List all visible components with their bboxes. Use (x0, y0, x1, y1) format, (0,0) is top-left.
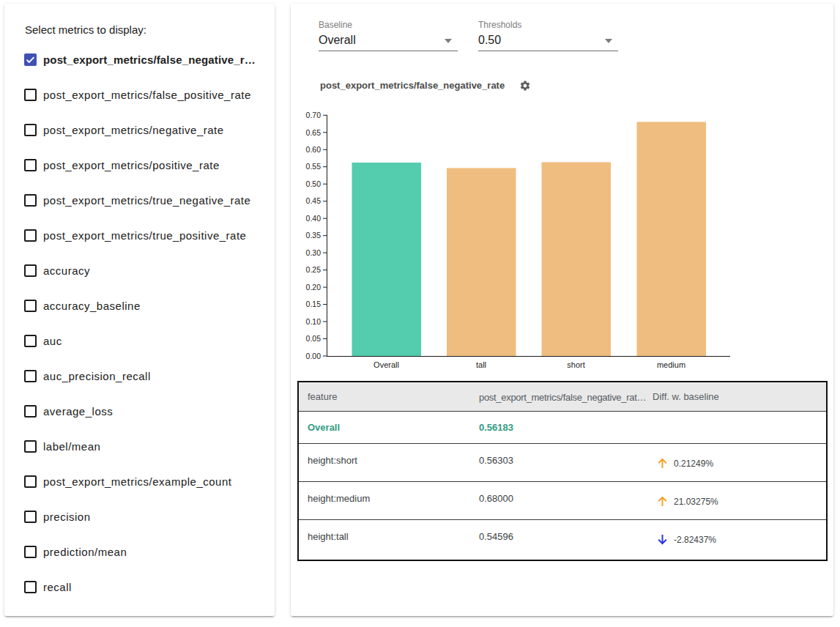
svg-text:0.60: 0.60 (306, 145, 321, 154)
svg-text:0.35: 0.35 (306, 231, 321, 240)
svg-text:0.05: 0.05 (306, 334, 321, 343)
svg-text:Overall: Overall (373, 360, 399, 369)
svg-text:medium: medium (657, 360, 685, 369)
svg-text:0.70: 0.70 (306, 111, 321, 119)
svg-text:tall: tall (476, 360, 486, 369)
svg-text:0.00: 0.00 (306, 352, 321, 360)
svg-text:0.20: 0.20 (306, 283, 321, 292)
svg-text:0.55: 0.55 (306, 162, 321, 171)
svg-text:0.30: 0.30 (306, 248, 321, 257)
svg-text:0.10: 0.10 (306, 317, 321, 326)
svg-text:0.45: 0.45 (306, 196, 321, 205)
svg-text:short: short (567, 360, 584, 369)
svg-text:0.50: 0.50 (306, 179, 321, 188)
svg-text:0.40: 0.40 (306, 214, 321, 223)
svg-text:0.15: 0.15 (306, 300, 321, 308)
svg-text:0.65: 0.65 (306, 128, 321, 137)
svg-text:0.25: 0.25 (306, 265, 321, 274)
